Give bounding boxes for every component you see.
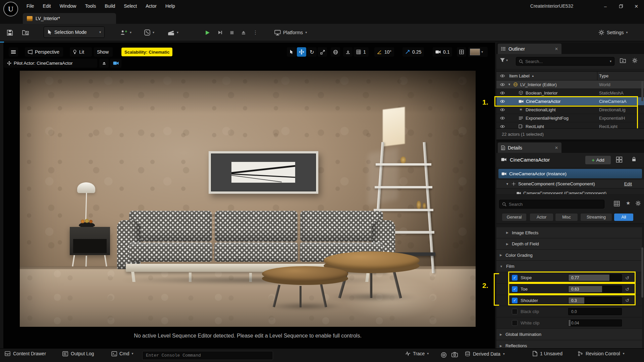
level-viewport[interactable]: Perspective Lit Show Scalability: Cinema…	[3, 43, 495, 348]
toe-slider[interactable]: 0.63	[568, 286, 622, 293]
collapse-arrow[interactable]: ▶	[506, 242, 508, 246]
component-browser-button[interactable]	[616, 157, 623, 163]
eye-icon[interactable]	[500, 83, 505, 86]
minimize-button[interactable]: –	[598, 0, 613, 12]
black-clip-checkbox[interactable]	[512, 309, 518, 314]
close-icon[interactable]: ✕	[555, 145, 558, 150]
grid-snap-control[interactable]: 1	[354, 47, 369, 57]
play-options-kebab[interactable]: ⋮	[251, 27, 260, 38]
column-type[interactable]: Type	[599, 73, 608, 78]
details-search-input[interactable]	[509, 202, 601, 207]
screenshot-button[interactable]	[451, 352, 458, 357]
platforms-dropdown[interactable]: Platforms▾	[272, 27, 309, 38]
outliner-row-directionallight[interactable]: ☀ DirectionalLight DirectionalLig	[496, 106, 644, 114]
menu-select[interactable]: Select	[119, 0, 141, 12]
eye-icon[interactable]	[500, 108, 505, 112]
scale-snap-control[interactable]: 0.25	[402, 47, 424, 57]
cmd-dropdown[interactable]: Cmd ▾	[111, 351, 133, 356]
toe-checkbox[interactable]: ✓	[512, 286, 518, 292]
slope-slider[interactable]: 0.77	[568, 274, 622, 281]
outliner-row-world[interactable]: ▼ LV_Interior (Editor) World	[496, 80, 644, 89]
section-depth-of-field[interactable]: ▶Depth of Field	[496, 238, 642, 250]
eye-icon[interactable]	[500, 100, 505, 103]
reset-to-default-icon[interactable]: ↺	[625, 298, 629, 303]
menu-help[interactable]: Help	[161, 0, 179, 12]
browse-content-button[interactable]	[20, 27, 31, 38]
section-color-grading[interactable]: ▶Color Grading	[496, 250, 642, 261]
filter-tab-streaming[interactable]: Streaming	[581, 214, 612, 221]
rotation-snap-control[interactable]: 10°	[374, 47, 394, 57]
slope-checkbox[interactable]: ✓	[512, 275, 518, 281]
frame-skip-button[interactable]	[215, 27, 225, 38]
save-button[interactable]	[5, 27, 15, 38]
menu-file[interactable]: File	[22, 0, 39, 12]
revision-control-button[interactable]: Revision Control ▾	[578, 351, 625, 356]
outliner-filter-button[interactable]: ▾	[500, 58, 508, 63]
collapse-arrow[interactable]: ▶	[500, 344, 502, 348]
shoulder-checkbox[interactable]: ✓	[512, 298, 518, 303]
menu-actor[interactable]: Actor	[141, 0, 161, 12]
reset-to-default-icon[interactable]: ↺	[625, 287, 629, 292]
output-log-button[interactable]: Output Log	[62, 351, 94, 356]
expand-arrow[interactable]: ▼	[508, 83, 511, 86]
section-film[interactable]: ▼Film	[496, 261, 642, 272]
chevron-down-icon[interactable]: ▾	[610, 60, 611, 63]
instance-row[interactable]: CineCameraActor (Instance)	[498, 169, 642, 178]
stop-piloting-button[interactable]	[99, 59, 109, 68]
lit-dropdown[interactable]: Lit	[70, 47, 92, 57]
add-component-button[interactable]: + Add	[585, 156, 611, 165]
derived-data-dropdown[interactable]: Derived Data ▾	[465, 351, 505, 357]
shoulder-slider[interactable]: 0.3	[568, 297, 622, 304]
menu-edit[interactable]: Edit	[39, 0, 55, 12]
pilot-camera-view-button[interactable]	[110, 59, 121, 68]
details-search-box[interactable]	[499, 200, 604, 208]
details-settings-button[interactable]	[635, 200, 641, 206]
camera-speed-control[interactable]: 0.1	[433, 47, 452, 57]
perspective-dropdown[interactable]: Perspective	[25, 47, 63, 57]
unsaved-changes-button[interactable]: 1 Unsaved	[533, 351, 562, 356]
camera-component-row-clipped[interactable]: CameraComponent (CameraComponent)	[496, 189, 644, 194]
collapse-arrow[interactable]: ▶	[506, 231, 508, 234]
outliner-row-boolean-interior[interactable]: Boolean_Interior StaticMeshA	[496, 89, 644, 97]
outliner-column-header[interactable]: Item Label ▲ Type	[496, 71, 644, 80]
camera-preview-thumbnail[interactable]: ▾	[468, 47, 488, 57]
settings-dropdown[interactable]: Settings▾	[596, 27, 630, 38]
reset-to-default-icon[interactable]: ↺	[625, 275, 629, 281]
add-actor-button[interactable]: +▾	[118, 27, 133, 38]
restore-button[interactable]	[613, 0, 629, 12]
eject-button[interactable]	[239, 27, 248, 38]
filter-tab-misc[interactable]: Misc	[555, 214, 578, 221]
lock-button[interactable]	[631, 156, 637, 162]
outliner-tab[interactable]: Outliner ✕	[498, 44, 561, 54]
outliner-row-rectlight[interactable]: RectLight RectLight	[496, 122, 644, 128]
viewport-layout-button[interactable]	[457, 47, 466, 57]
menu-window[interactable]: Window	[55, 0, 81, 12]
collapse-arrow[interactable]: ▶	[500, 333, 502, 336]
outliner-row-cinecameraactor[interactable]: CineCameraActor CineCameraA	[496, 97, 644, 106]
cinematics-button[interactable]: ▾	[166, 27, 180, 38]
collapse-arrow[interactable]: ▶	[500, 253, 502, 257]
filter-tab-all[interactable]: All	[614, 214, 633, 221]
expand-arrow[interactable]: ▼	[506, 182, 509, 186]
move-tool[interactable]	[297, 47, 306, 57]
outliner-settings-button[interactable]	[632, 58, 638, 63]
viewport-render[interactable]	[20, 71, 476, 327]
outliner-row-exponentialheightfog[interactable]: ExponentialHeightFog ExponentialH	[496, 114, 644, 122]
content-drawer-button[interactable]: Content Drawer	[5, 351, 46, 356]
surface-snap-toggle[interactable]	[343, 47, 353, 57]
trace-dropdown[interactable]: Trace ▾	[405, 351, 429, 356]
rotate-tool[interactable]: ↻	[307, 47, 317, 57]
white-clip-checkbox[interactable]	[512, 320, 518, 326]
filter-tab-actor[interactable]: Actor	[530, 214, 553, 221]
stop-button[interactable]	[227, 27, 236, 38]
tab-lv-interior[interactable]: LV_Interior*	[23, 13, 116, 24]
play-button[interactable]	[203, 27, 212, 38]
eye-icon[interactable]	[500, 91, 505, 95]
close-button[interactable]: ✕	[629, 0, 644, 12]
eye-icon[interactable]	[500, 74, 505, 78]
favorites-button[interactable]: ★	[626, 200, 630, 206]
section-reflections[interactable]: ▶Reflections	[496, 340, 642, 348]
section-global-illumination[interactable]: ▶Global Illumination	[496, 329, 642, 340]
scene-component-row[interactable]: ▼ SceneComponent (SceneComponent) Edit	[496, 180, 644, 188]
edit-link[interactable]: Edit	[624, 181, 632, 186]
